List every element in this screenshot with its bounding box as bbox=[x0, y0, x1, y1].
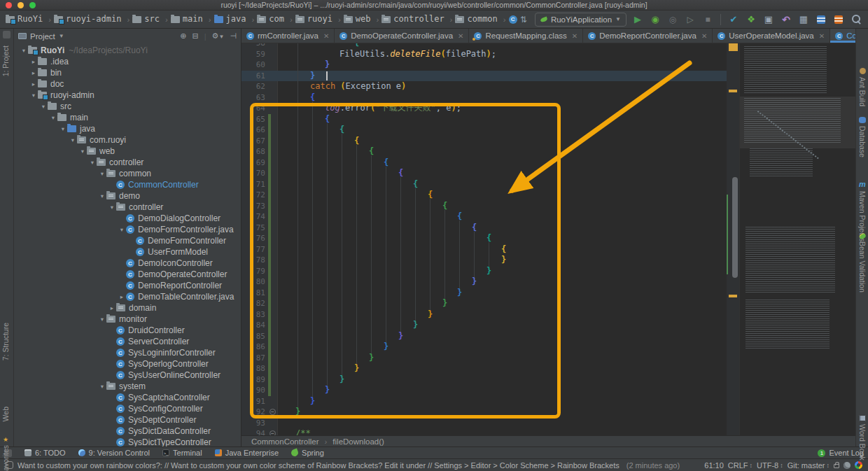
code-minimap[interactable] bbox=[739, 43, 855, 435]
vcs-commit-button-branch-icon[interactable] bbox=[745, 13, 757, 26]
chevron-right-icon[interactable] bbox=[108, 304, 116, 311]
chevron-right-icon[interactable] bbox=[29, 69, 38, 76]
tree-item-domain[interactable]: domain bbox=[14, 302, 241, 314]
toolwindow-switcher-icon[interactable] bbox=[3, 31, 10, 38]
breadcrumb-item-ruoyi[interactable]: RuoYi bbox=[6, 14, 51, 25]
chevron-down-icon[interactable] bbox=[29, 92, 38, 99]
hide-panel-icon[interactable]: ⊣ bbox=[230, 31, 237, 41]
tree-item-demooperatecontroller[interactable]: CDemoOperateController bbox=[14, 269, 241, 280]
hector-inspection-icon[interactable] bbox=[844, 462, 850, 469]
chevron-down-icon[interactable] bbox=[20, 47, 28, 54]
tab-requestmapping-class[interactable]: CRequestMapping.class✕ bbox=[469, 29, 583, 43]
tool-button-java-enterprise[interactable]: Java Enterprise bbox=[215, 449, 279, 457]
gear-icon[interactable]: ⚙▼ bbox=[212, 31, 225, 41]
close-icon[interactable]: ✕ bbox=[458, 32, 463, 40]
error-stripe[interactable] bbox=[727, 43, 739, 435]
breadcrumb-item-ruoyi[interactable]: ruoyi bbox=[295, 14, 341, 25]
tab-demoreportcontroller-java[interactable]: CDemoReportController.java✕ bbox=[583, 29, 713, 43]
caret-position-widget[interactable]: 61:10 bbox=[704, 461, 724, 470]
tree-item-doc[interactable]: doc bbox=[14, 78, 241, 90]
tree-item-bin[interactable]: bin bbox=[14, 67, 241, 78]
tree-item-ruoyi-admin[interactable]: ruoyi-admin bbox=[14, 90, 241, 101]
code-line-58[interactable]: 58{ bbox=[241, 43, 727, 49]
run-button-play-icon[interactable] bbox=[631, 13, 644, 26]
chevron-down-icon[interactable] bbox=[88, 159, 97, 166]
debug-button-bug-icon[interactable] bbox=[649, 13, 662, 26]
breadcrumb-item-main[interactable]: main bbox=[171, 14, 211, 25]
breadcrumb-item-controller[interactable]: controller bbox=[382, 14, 452, 25]
tool-button-project[interactable]: 1: Project bbox=[1, 45, 10, 76]
tree-item-sysuseronlinecontroller[interactable]: CSysUserOnlineController bbox=[14, 370, 241, 381]
tool-button-version-control[interactable]: 9: Version Control bbox=[78, 449, 150, 457]
tool-button-todo[interactable]: 6: TODO bbox=[24, 449, 66, 457]
tool-button-bean-validation[interactable]: Bean Validation bbox=[856, 234, 868, 293]
tree-item-druidcontroller[interactable]: CDruidController bbox=[14, 325, 241, 336]
tree-item-controller[interactable]: controller bbox=[14, 157, 241, 168]
stripe-warning-block[interactable] bbox=[729, 43, 738, 51]
tab-commoncontroller-java[interactable]: CCommonController.java✕ bbox=[830, 29, 855, 43]
editor-scrollbar[interactable] bbox=[732, 177, 738, 278]
chevron-down-icon[interactable] bbox=[78, 148, 87, 155]
tree-item-java[interactable]: java bbox=[14, 123, 241, 134]
breadcrumb-item-commoncontroller[interactable]: CCommonController bbox=[509, 14, 517, 25]
tree-item-src[interactable]: src bbox=[14, 101, 241, 112]
tree-item-syslogininforcontroller[interactable]: CSysLogininforController bbox=[14, 347, 241, 358]
chevron-down-icon[interactable] bbox=[49, 114, 57, 121]
title-bar[interactable]: ruoyi [~/IdeaProjects/RuoYi] – .../ruoyi… bbox=[0, 0, 868, 10]
close-icon[interactable]: ✕ bbox=[701, 32, 707, 40]
git-branch-widget[interactable]: Git: master bbox=[788, 461, 830, 470]
close-icon[interactable]: ✕ bbox=[572, 32, 578, 40]
tree-item-sysdeptcontroller[interactable]: CSysDeptController bbox=[14, 414, 241, 426]
undo-button-undo-icon[interactable] bbox=[780, 13, 792, 26]
breadcrumb-method[interactable]: fileDownload() bbox=[332, 437, 384, 446]
device-manager-button-device-icon[interactable] bbox=[797, 13, 810, 26]
tool-button-favorites[interactable]: 2: Favorites★ bbox=[1, 436, 10, 471]
minimap-viewport[interactable] bbox=[740, 97, 855, 148]
fold-icon[interactable]: − bbox=[270, 430, 276, 435]
chevron-down-icon[interactable] bbox=[98, 383, 106, 390]
tree-item--idea[interactable]: .idea bbox=[14, 56, 241, 67]
status-message[interactable]: Want to custom your own rainbow colors?:… bbox=[18, 461, 700, 470]
notes-doc-button-doc-orange-icon[interactable] bbox=[832, 13, 845, 26]
lock-icon[interactable] bbox=[834, 464, 839, 468]
breadcrumb-class[interactable]: CommonController bbox=[251, 437, 319, 446]
collapse-all-icon[interactable]: ⊟ bbox=[192, 31, 199, 41]
tab-demooperatecontroller-java[interactable]: CDemoOperateController.java✕ bbox=[335, 29, 469, 43]
chevron-right-icon[interactable] bbox=[118, 293, 126, 300]
tree-item-sysdicttypecontroller[interactable]: CSysDictTypeController bbox=[14, 437, 241, 447]
preview-button-preview-icon[interactable] bbox=[762, 13, 775, 26]
tool-button-spring[interactable]: Spring bbox=[291, 449, 324, 457]
tree-item-servercontroller[interactable]: CServerController bbox=[14, 336, 241, 347]
breadcrumb-item-ruoyi-admin[interactable]: ruoyi-admin bbox=[54, 14, 130, 25]
profiler-button-profiler-icon[interactable] bbox=[684, 13, 696, 26]
code-line-93[interactable]: 93 bbox=[241, 418, 727, 429]
stripe-warning-mark[interactable] bbox=[729, 90, 737, 92]
tree-item-commoncontroller[interactable]: CCommonController bbox=[14, 179, 241, 190]
tool-button-structure[interactable]: 7: Structure bbox=[1, 323, 10, 360]
tree-item-sysoperlogcontroller[interactable]: CSysOperlogController bbox=[14, 358, 241, 370]
tree-item-controller[interactable]: controller bbox=[14, 202, 241, 213]
tree-item-system[interactable]: system bbox=[14, 381, 241, 392]
tab-useroperatemodel-java[interactable]: CUserOperateModel.java✕ bbox=[713, 29, 830, 43]
update-project-button-update-icon[interactable] bbox=[727, 13, 740, 26]
breadcrumb-item-web[interactable]: web bbox=[344, 14, 379, 25]
translate-doc-button-doc-blue-icon[interactable] bbox=[815, 13, 827, 26]
chevron-right-icon[interactable] bbox=[29, 80, 38, 87]
stripe-warning-mark[interactable] bbox=[729, 295, 737, 297]
tree-item-main[interactable]: main bbox=[14, 112, 241, 123]
tree-item-userformmodel[interactable]: CUserFormModel bbox=[14, 246, 241, 258]
tree-item-demodialogcontroller[interactable]: CDemoDialogController bbox=[14, 213, 241, 224]
tree-item-sysconfigcontroller[interactable]: CSysConfigController bbox=[14, 403, 241, 414]
breadcrumb-item-com[interactable]: com bbox=[257, 14, 293, 25]
chevron-down-icon[interactable] bbox=[39, 103, 48, 110]
stop-button-stop-icon[interactable] bbox=[701, 13, 714, 26]
tree-item-demoiconcontroller[interactable]: CDemoIconController bbox=[14, 258, 241, 269]
chevron-down-icon[interactable] bbox=[118, 226, 126, 233]
search-everywhere-button-search-icon[interactable] bbox=[850, 13, 862, 26]
chevron-right-icon[interactable] bbox=[29, 58, 38, 65]
tree-item-common[interactable]: common bbox=[14, 168, 241, 179]
tree-item-demoformcontroller-java[interactable]: CDemoFormController.java bbox=[14, 224, 241, 235]
tree-item-syscaptchacontroller[interactable]: CSysCaptchaController bbox=[14, 392, 241, 403]
chevron-down-icon[interactable] bbox=[59, 125, 67, 132]
locate-file-icon[interactable]: ⊕ bbox=[180, 31, 186, 41]
